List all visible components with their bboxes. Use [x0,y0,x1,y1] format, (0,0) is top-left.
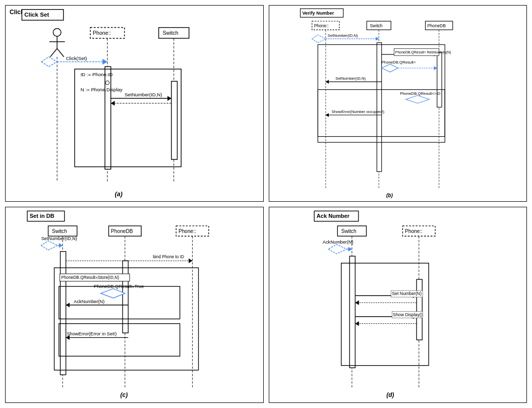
svg-text:AckNumber(N): AckNumber(N) [74,299,104,304]
svg-line-6 [57,48,64,56]
svg-text:N := Phone.Display: N := Phone.Display [81,87,123,92]
svg-rect-97 [59,323,180,356]
svg-text:Set Number(N): Set Number(N) [392,291,422,296]
svg-text:SetNumber(ID,N): SetNumber(ID,N) [327,33,358,38]
svg-text:Click(Set): Click(Set) [66,55,87,61]
svg-text:ShowError(Number occupied!): ShowError(Number occupied!) [331,109,384,114]
diagram-b-svg: Verify Number Phone:: Switch PhoneDB Set… [269,6,527,201]
svg-text:Click Set: Click Set [24,11,49,18]
svg-rect-19 [171,81,178,159]
svg-marker-24 [167,96,171,101]
svg-marker-92 [101,288,125,298]
svg-text:Switch: Switch [341,228,356,234]
svg-rect-82 [123,261,128,333]
svg-marker-53 [434,66,437,70]
svg-marker-41 [312,35,325,43]
svg-text:ShowError(Error in Set!): ShowError(Error in Set!) [67,331,116,336]
svg-marker-62 [325,113,328,117]
svg-text:Switch: Switch [52,228,67,234]
svg-text:AckNumber(N): AckNumber(N) [322,239,353,244]
svg-rect-28 [75,69,181,167]
svg-marker-14 [41,57,57,67]
svg-marker-95 [66,303,70,307]
svg-text:Phone::: Phone:: [93,30,111,36]
svg-point-21 [105,81,109,85]
svg-text:Ack Number: Ack Number [316,213,349,219]
svg-rect-46 [437,52,441,107]
svg-rect-114 [349,256,355,367]
diagram-d: Ack Number Switch Phone:: AckNumber(N) [269,207,527,403]
svg-text:bind Phone to ID: bind Phone to ID [153,254,184,259]
svg-marker-120 [355,300,359,305]
svg-point-2 [53,29,61,37]
svg-text:Phone::: Phone:: [179,228,196,234]
diagram-c: Set in DB Switch PhoneDB Phone:: SetNumb… [5,207,264,403]
svg-marker-56 [325,80,328,84]
svg-text:SetNumber(ID,N): SetNumber(ID,N) [41,236,77,241]
svg-marker-77 [41,241,57,250]
svg-marker-112 [348,247,351,251]
svg-text:PhoneDB.QResult= RetrieveKey(N: PhoneDB.QResult= RetrieveKey(N) [395,50,451,54]
svg-line-5 [50,48,57,56]
diagram-d-svg: Ack Number Switch Phone:: AckNumber(N) [269,207,527,403]
svg-marker-84 [189,258,192,263]
svg-marker-79 [59,243,63,248]
svg-text:PhoneDB.QResult=Store(ID,N): PhoneDB.QResult=Store(ID,N) [61,275,119,280]
diagram-c-svg: Set in DB Switch PhoneDB Phone:: SetNumb… [6,207,263,403]
svg-text:PhoneDB: PhoneDB [427,23,446,28]
svg-text:SetNumber(ID,N): SetNumber(ID,N) [335,76,366,81]
main-container: Click Set Click Set Phone:: Switch [0,0,532,408]
svg-marker-59 [405,95,429,103]
svg-marker-26 [111,101,115,106]
diagram-a: Click Set Click Set Phone:: Switch [5,5,264,202]
svg-text:(d): (d) [386,391,394,398]
svg-text:Show Display(): Show Display() [393,312,423,317]
svg-marker-110 [328,244,346,253]
svg-text:(a): (a) [115,191,123,198]
svg-text:Phone::: Phone:: [405,228,423,234]
svg-marker-43 [376,37,379,41]
svg-text:PhoneDB.QResult<>ID: PhoneDB.QResult<>ID [400,91,441,96]
svg-rect-45 [377,43,381,172]
svg-marker-16 [102,59,107,65]
svg-text:PhoneDB.QResult=True: PhoneDB.QResult=True [94,283,144,288]
svg-text:Verify Number: Verify Number [302,11,334,16]
diagram-b: Verify Number Phone:: Switch PhoneDB Set… [269,5,527,202]
svg-text:(b): (b) [386,193,393,198]
svg-marker-126 [355,321,359,326]
svg-text:Set in DB: Set in DB [30,213,54,219]
svg-text:ID := Phone.ID: ID := Phone.ID [81,72,113,77]
svg-text:Switch: Switch [162,30,178,36]
svg-text:PhoneDB.QResult=: PhoneDB.QResult= [381,60,416,65]
svg-rect-115 [417,279,422,340]
svg-marker-51 [381,64,398,72]
svg-text:PhoneDB: PhoneDB [111,228,133,234]
diagram-a-svg: Click Set Phone:: Switch [6,6,263,201]
svg-text:SetNumber(ID,N): SetNumber(ID,N) [125,92,162,97]
svg-text:Phone::: Phone:: [314,23,328,28]
svg-text:(c): (c) [121,391,128,398]
svg-text:Switch: Switch [370,23,382,28]
